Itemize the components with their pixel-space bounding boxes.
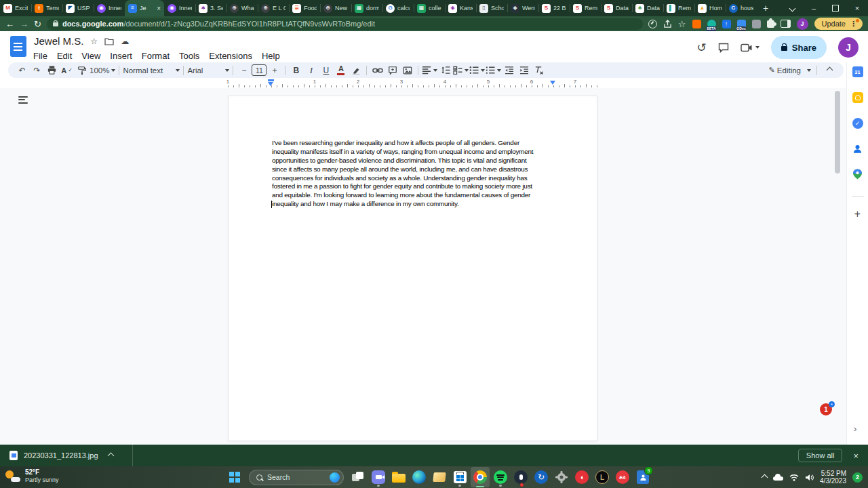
back-button[interactable]: ← (5, 20, 14, 28)
browser-tab[interactable]: ◤USPS (62, 0, 94, 16)
extension-orange-icon[interactable] (692, 20, 701, 28)
teams-app-icon[interactable]: 9 (633, 467, 652, 487)
chrome-update-button[interactable]: Update⋮ (814, 18, 863, 30)
browser-tab[interactable]: ⊕What (226, 0, 258, 16)
close-window-button[interactable]: × (846, 0, 868, 16)
weather-widget[interactable]: 52°F Partly sunny (5, 468, 59, 484)
move-folder-icon[interactable] (104, 37, 114, 45)
extension-beta-icon[interactable]: BETA (707, 20, 716, 28)
spotify-app-icon[interactable] (491, 467, 510, 487)
chat-app-icon[interactable] (369, 467, 388, 487)
browser-tab[interactable]: ♣Data (632, 0, 663, 16)
insert-link-button[interactable] (370, 64, 384, 77)
browser-tab[interactable]: ⊕E L C (258, 0, 289, 16)
first-line-indent-marker[interactable] (268, 79, 274, 81)
zoom-select[interactable]: 100% (90, 64, 115, 77)
document-line[interactable]: since it affects so many people all arou… (272, 165, 533, 174)
redo-button[interactable]: ↷ (30, 64, 44, 77)
new-tab-button[interactable]: + (757, 0, 774, 16)
insert-image-button[interactable] (400, 64, 414, 77)
left-indent-marker[interactable] (268, 82, 273, 86)
close-tab-icon[interactable]: × (157, 5, 161, 12)
taskbar-search[interactable]: Search (249, 470, 344, 485)
numbered-list-button[interactable] (486, 64, 501, 77)
menu-file[interactable]: File (28, 50, 52, 62)
browser-tab[interactable]: ⊕New (320, 0, 351, 16)
browser-tab[interactable]: ◆Went (507, 0, 538, 16)
microsoft-store-app-icon[interactable] (450, 467, 469, 487)
menu-format[interactable]: Format (137, 50, 174, 62)
browser-tab[interactable]: ▦colle (414, 0, 445, 16)
browser-tab[interactable]: ▦dorm (351, 0, 382, 16)
increase-font-size-button[interactable]: + (267, 64, 281, 77)
browser-tab[interactable]: ▲Hom (694, 0, 726, 16)
bold-button[interactable]: B (289, 64, 303, 77)
spellcheck-button[interactable]: A✓ (60, 64, 74, 77)
red-app-app-icon[interactable]: ◖ (572, 467, 591, 487)
taskbar-clock[interactable]: 5:52 PM 4/3/2023 (820, 470, 846, 485)
font-size-input[interactable]: 11 (252, 64, 267, 76)
underline-button[interactable]: U (319, 64, 333, 77)
gold-folder-app-icon[interactable] (430, 467, 449, 487)
print-button[interactable] (45, 64, 59, 77)
share-page-icon[interactable] (663, 20, 672, 28)
ruler[interactable]: 11234567 (0, 79, 868, 88)
maximize-button[interactable] (825, 0, 846, 16)
maps-icon[interactable] (853, 169, 862, 180)
menu-tools[interactable]: Tools (174, 50, 204, 62)
tasks-icon[interactable]: ✓ (852, 118, 863, 129)
version-history-icon[interactable]: ↺ (697, 42, 707, 54)
font-select[interactable]: Arial (187, 64, 229, 77)
clear-formatting-button[interactable] (532, 64, 546, 77)
increase-indent-button[interactable] (517, 64, 531, 77)
star-document-icon[interactable]: ☆ (90, 37, 98, 45)
wifi-icon[interactable] (789, 474, 799, 481)
line-spacing-button[interactable] (438, 64, 452, 77)
share-button[interactable]: Share (771, 36, 827, 59)
tray-overflow-chevron[interactable] (762, 474, 768, 481)
document-line[interactable]: and equitable. I'm looking forward to le… (272, 191, 533, 200)
medal-app-icon[interactable] (511, 467, 530, 487)
lock-icon[interactable] (53, 22, 58, 26)
browser-tab[interactable]: ≣Food (289, 0, 320, 16)
browser-tab[interactable]: ▯Schol (476, 0, 507, 16)
chevron-up-icon[interactable] (107, 452, 114, 459)
notification-badge[interactable]: 2 (852, 472, 863, 483)
speaker-icon[interactable] (805, 474, 814, 481)
browser-tab[interactable]: ≡Je× (125, 0, 164, 16)
gauge-icon[interactable] (648, 20, 657, 28)
page-url[interactable]: docs.google.com/document/d/1-zNcg3DuZqKR… (62, 20, 375, 28)
document-line[interactable]: opportunities to gender-based violence a… (272, 157, 533, 165)
league-of-legends-app-icon[interactable]: L (593, 467, 612, 487)
italic-button[interactable]: I (304, 64, 318, 77)
decrease-indent-button[interactable] (502, 64, 516, 77)
forward-button[interactable]: → (20, 20, 28, 28)
decrease-font-size-button[interactable]: − (237, 64, 251, 77)
extension-upload-icon[interactable]: ↑ (722, 20, 731, 28)
browser-profile-avatar[interactable]: J (797, 18, 808, 30)
google-docs-icon[interactable] (10, 36, 26, 57)
bulleted-list-button[interactable] (469, 64, 485, 77)
menu-edit[interactable]: Edit (52, 50, 77, 62)
browser-tab[interactable]: ∗3. Sel (195, 0, 226, 16)
document-line[interactable]: I've been researching gender inequality … (272, 139, 533, 148)
sync-app-app-icon[interactable]: ↻ (532, 467, 551, 487)
keep-icon[interactable] (852, 92, 863, 103)
paint-format-button[interactable] (75, 64, 89, 77)
reload-button[interactable]: ↻ (34, 20, 41, 28)
document-line[interactable]: fostered in me a passion to fight for ge… (272, 182, 533, 191)
browser-menu-icon[interactable]: ⋮ (850, 20, 857, 28)
contacts-icon[interactable] (852, 144, 863, 154)
bookmark-star-icon[interactable]: ☆ (678, 19, 686, 29)
document-line[interactable]: inequality and how I may make a differen… (272, 200, 533, 209)
browser-tab[interactable]: SRem (570, 0, 601, 16)
browser-tab[interactable]: ◉Inner (94, 0, 125, 16)
settings-app-icon[interactable] (552, 467, 571, 487)
side-panel-icon[interactable] (781, 20, 791, 28)
show-all-downloads-button[interactable]: Show all (798, 449, 843, 462)
document-scrollbar[interactable] (835, 91, 840, 174)
styles-select[interactable]: Normal text (123, 64, 180, 77)
highlight-color-button[interactable] (349, 64, 363, 77)
browser-tab[interactable]: tTemu (31, 0, 62, 16)
edge-app-icon[interactable] (410, 467, 429, 487)
